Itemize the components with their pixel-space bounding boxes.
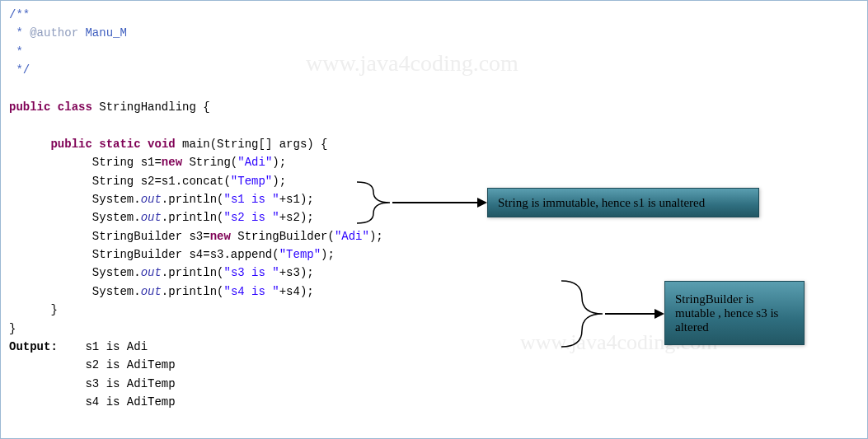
main-sig: main(String[] args) { [176,138,328,151]
out2: out [141,211,162,224]
kw-void: void [148,138,176,151]
output-line1: s1 is Adi [85,340,148,353]
class-name: StringHandling { [92,100,210,114]
line-s2-b: ); [272,175,286,188]
output-line3: s3 is AdiTemp [85,377,175,390]
out3: out [141,266,162,279]
line-s4-a: StringBuilder s4=s3.append( [92,248,279,261]
javadoc-tag: @author [30,26,78,40]
output-line2: s2 is AdiTemp [85,358,175,371]
close-brace1: } [9,303,58,316]
comment-line2-pre: * [9,26,30,40]
callout1-text: String is immutable, hence s1 is unalter… [498,196,705,210]
comment-line1: /** [9,8,30,21]
line-s3-c: ); [369,230,383,243]
output-line4: s4 is AdiTemp [85,395,175,409]
out1: out [141,193,162,206]
output-label: Output: [9,340,58,353]
sys1c: +s1); [279,193,314,206]
sys1b: .println( [162,193,224,206]
callout2-text: StringBuilder is mutable , hence s3 is a… [675,292,794,334]
comment-line3: * [9,45,23,58]
line-s3-b: StringBuilder( [231,230,335,243]
str-s1is: "s1 is " [223,193,279,206]
str-temp1: "Temp" [231,175,272,188]
line-s3-a: StringBuilder s3= [92,230,210,243]
sys4a: System. [92,285,141,298]
str-s3is: "s3 is " [223,266,279,279]
sys2a: System. [92,211,141,224]
line-s4-b: ); [321,248,335,261]
comment-author: Manu_M [78,26,127,40]
sys3c: +s3); [279,266,314,279]
callout-stringbuilder-mutable: StringBuilder is mutable , hence s3 is a… [664,281,805,345]
str-s2is: "s2 is " [223,211,279,224]
kw-public2: public [50,138,91,151]
sys4c: +s4); [279,285,314,298]
kw-class: class [58,100,92,114]
sys4b: .println( [162,285,224,298]
str-s4is: "s4 is " [223,285,279,298]
kw-static: static [99,138,140,151]
sys1a: System. [92,193,141,206]
kw-new1: new [162,156,182,169]
kw-public: public [9,100,50,114]
kw-new2: new [210,230,231,243]
close-brace2: } [9,322,16,335]
line-s2-a: String s2=s1.concat( [92,175,231,188]
out4: out [141,285,162,298]
code-screenshot: www.java4coding.com www.java4coding.com … [0,0,868,439]
str-adi2: "Adi" [335,230,369,243]
sys2b: .println( [162,211,224,224]
sys3b: .println( [162,266,224,279]
callout-string-immutable: String is immutable, hence s1 is unalter… [487,188,759,217]
line-s1-a: String s1= [92,156,162,169]
str-temp2: "Temp" [279,248,321,261]
line-s1-c: ); [272,156,286,169]
sys2c: +s2); [279,211,314,224]
sys3a: System. [92,266,141,279]
str-adi1: "Adi" [237,156,272,169]
comment-line4: */ [9,63,30,77]
line-s1-b: String( [182,156,237,169]
